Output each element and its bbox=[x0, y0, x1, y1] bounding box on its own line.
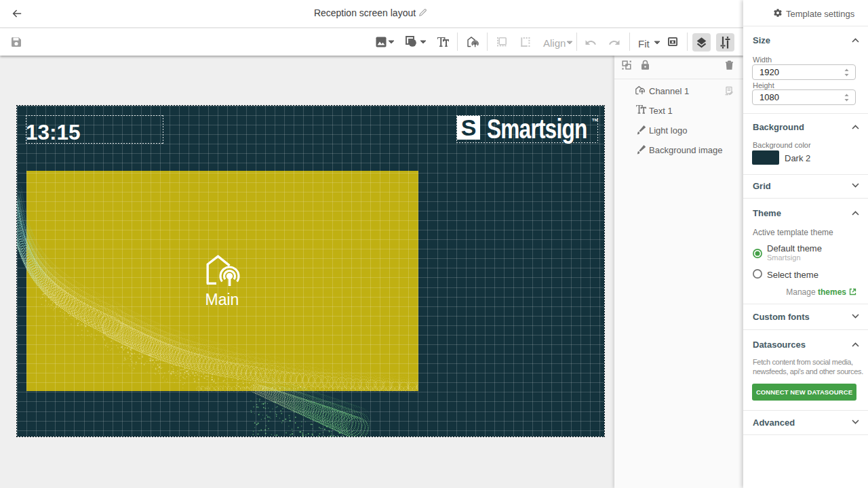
svg-text:S: S bbox=[461, 116, 477, 140]
